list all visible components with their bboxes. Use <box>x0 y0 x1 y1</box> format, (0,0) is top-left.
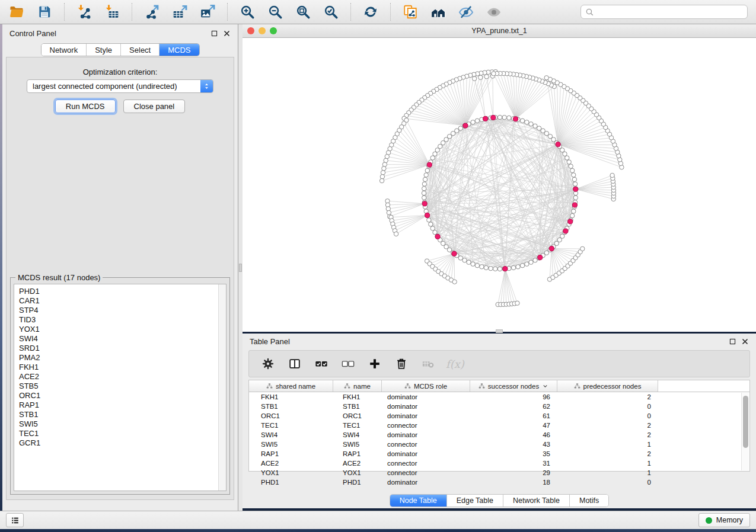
table-row[interactable]: FKH1FKH1dominator962 <box>249 392 749 402</box>
mcds-result-item[interactable]: PHD1 <box>19 287 226 296</box>
panel-splitter[interactable] <box>238 24 243 511</box>
mcds-result-item[interactable]: SWI4 <box>19 334 226 344</box>
network-graph[interactable] <box>243 38 756 332</box>
splitter-handle[interactable] <box>239 264 242 272</box>
zoom-selected-button[interactable] <box>320 2 342 21</box>
float-table-panel-button[interactable] <box>728 337 736 345</box>
memory-status-icon <box>706 517 712 524</box>
mcds-result-item[interactable]: ORC1 <box>19 391 226 400</box>
zoom-out-button[interactable] <box>264 2 286 21</box>
table-cell: STB1 <box>249 402 333 411</box>
tasks-button[interactable] <box>6 513 24 527</box>
mcds-result-item[interactable]: GCR1 <box>19 438 226 448</box>
optimization-criterion-label: Optimization criterion: <box>7 68 234 76</box>
add-column-button[interactable] <box>366 354 384 374</box>
mcds-result-item[interactable]: STP4 <box>19 306 226 315</box>
table-cell: connector <box>382 459 470 468</box>
clone-network-button[interactable] <box>400 2 421 21</box>
export-network-button[interactable] <box>141 2 162 21</box>
close-panel-icon-button[interactable] <box>222 29 231 37</box>
mcds-list-scrollbar[interactable] <box>218 284 226 491</box>
table-delete-icon <box>422 357 435 370</box>
column-header-successor-nodes[interactable]: successor nodes <box>470 380 557 392</box>
window-minimize-button[interactable] <box>259 27 266 34</box>
import-network-button[interactable] <box>74 2 95 21</box>
mcds-result-item[interactable]: ACE2 <box>19 372 226 382</box>
tab-node-table[interactable]: Node Table <box>390 495 446 507</box>
table-row[interactable]: SWI4SWI4dominator462 <box>249 430 749 440</box>
tab-style[interactable]: Style <box>86 44 120 56</box>
toolbar-separator <box>227 3 228 21</box>
table-cell: ACE2 <box>333 459 382 468</box>
table-row[interactable]: TEC1TEC1connector472 <box>249 421 749 430</box>
export-image-button[interactable] <box>197 2 218 21</box>
table-cell: 31 <box>470 459 557 468</box>
mcds-result-item[interactable]: SRD1 <box>19 344 226 353</box>
tab-mcds[interactable]: MCDS <box>159 44 199 56</box>
table-row[interactable]: SWI5SWI5connector431 <box>249 440 749 449</box>
tab-network-table[interactable]: Network Table <box>503 495 569 507</box>
mcds-result-item[interactable]: PMA2 <box>19 353 226 363</box>
column-type-icon <box>404 383 411 389</box>
mcds-result-item[interactable]: YOX1 <box>19 325 226 334</box>
close-panel-button[interactable]: Close panel <box>123 100 186 113</box>
tab-select[interactable]: Select <box>120 44 159 56</box>
delete-column-button[interactable] <box>393 354 410 374</box>
mcds-result-item[interactable]: TEC1 <box>19 429 226 438</box>
window-zoom-button[interactable] <box>270 27 277 34</box>
floppy-icon <box>37 4 52 20</box>
first-neighbors-button[interactable] <box>428 2 449 21</box>
criterion-select[interactable]: largest connected component (undirected) <box>27 79 213 93</box>
mcds-result-item[interactable]: RAP1 <box>19 400 226 410</box>
show-all-button[interactable] <box>483 2 505 21</box>
table-settings-button[interactable] <box>259 354 277 374</box>
select-all-rows-button[interactable] <box>312 354 330 374</box>
tab-edge-table[interactable]: Edge Table <box>446 495 503 507</box>
table-row[interactable]: RAP1RAP1dominator352 <box>249 449 749 459</box>
control-panel: Control Panel NetworkStyleSelectMCDS Opt… <box>2 24 238 511</box>
close-table-panel-button[interactable] <box>741 337 749 345</box>
table-panel-title: Table Panel <box>250 337 290 346</box>
save-session-button[interactable] <box>34 2 55 21</box>
refresh-button[interactable] <box>360 2 381 21</box>
column-header-mcds-role[interactable]: MCDS role <box>382 380 470 392</box>
hide-selected-button[interactable] <box>455 2 477 21</box>
table-row[interactable]: YOX1YOX1connector291 <box>249 468 749 477</box>
network-canvas[interactable] <box>243 38 756 332</box>
mcds-result-item[interactable]: STB5 <box>19 382 226 391</box>
scrollbar-thumb[interactable] <box>743 396 748 448</box>
import-table-button[interactable] <box>101 2 123 21</box>
task-list-icon <box>10 515 20 525</box>
table-scrollbar[interactable] <box>741 393 749 470</box>
zoom-fit-button[interactable] <box>292 2 314 21</box>
mcds-result-item[interactable]: FKH1 <box>19 363 226 372</box>
table-row[interactable]: PHD1PHD1dominator180 <box>249 477 749 487</box>
memory-button[interactable]: Memory <box>698 513 750 527</box>
column-header-shared-name[interactable]: shared name <box>249 380 333 392</box>
window-close-button[interactable] <box>247 27 254 34</box>
mcds-result-list[interactable]: PHD1CAR1STP4TID3YOX1SWI4SRD1PMA2FKH1ACE2… <box>14 284 227 491</box>
float-panel-button[interactable] <box>210 29 218 37</box>
search-input[interactable] <box>595 6 744 18</box>
toggle-column-panel-button[interactable] <box>286 354 304 374</box>
canvas-resize-grip[interactable] <box>496 329 503 333</box>
export-table-icon <box>172 4 187 20</box>
table-row[interactable]: ORC1ORC1dominator610 <box>249 411 749 421</box>
mcds-result-item[interactable]: SWI5 <box>19 419 226 429</box>
mcds-result-item[interactable]: CAR1 <box>19 296 226 306</box>
column-header-predecessor-nodes[interactable]: predecessor nodes <box>557 380 658 392</box>
run-mcds-button[interactable]: Run MCDS <box>55 100 116 113</box>
toolbar-separator <box>132 3 132 21</box>
table-cell: 2 <box>557 421 658 430</box>
mcds-result-item[interactable]: TID3 <box>19 315 226 325</box>
tab-network[interactable]: Network <box>41 44 86 56</box>
column-header-name[interactable]: name <box>333 380 382 392</box>
deselect-all-rows-button[interactable] <box>339 354 357 374</box>
open-session-button[interactable] <box>6 2 27 21</box>
tab-motifs[interactable]: Motifs <box>569 495 608 507</box>
table-row[interactable]: STB1STB1dominator620 <box>249 402 749 411</box>
zoom-in-button[interactable] <box>237 2 258 21</box>
export-table-button[interactable] <box>169 2 190 21</box>
mcds-result-item[interactable]: STB1 <box>19 410 226 419</box>
table-row[interactable]: ACE2ACE2connector311 <box>249 459 749 468</box>
